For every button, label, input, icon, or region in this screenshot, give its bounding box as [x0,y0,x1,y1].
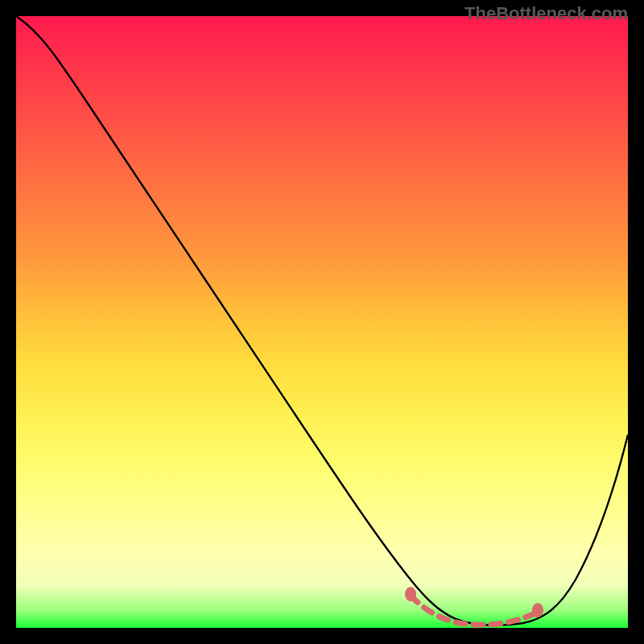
watermark-text: TheBottleneck.com [464,3,628,24]
bottleneck-curve [16,16,628,625]
marker-start-dot [405,587,416,601]
chart-container [16,16,628,628]
marker-end-dot [532,603,543,617]
curve-svg [16,16,628,628]
